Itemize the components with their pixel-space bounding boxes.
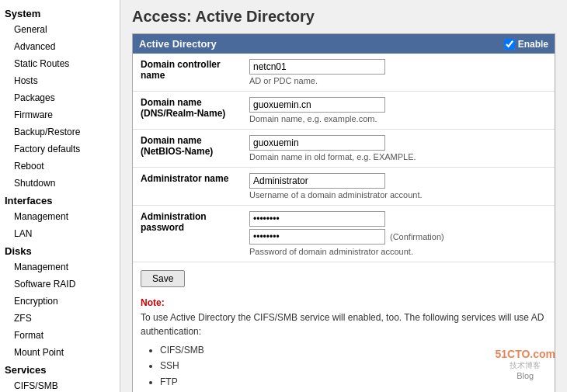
- note-list: CIFS/SMBSSHFTPAFPSystem: [141, 342, 547, 392]
- sidebar-item-format[interactable]: Format: [0, 327, 120, 344]
- sidebar-item-advanced[interactable]: Advanced: [0, 38, 120, 55]
- field-label-4: Administration password: [133, 206, 242, 262]
- note-section: Note: To use Active Directory the CIFS/S…: [141, 297, 547, 392]
- sidebar-item-zfs[interactable]: ZFS: [0, 310, 120, 327]
- sidebar-item-general[interactable]: General: [0, 21, 120, 38]
- ad-box-title: Active Directory: [139, 38, 217, 50]
- field-label-2: Domain name (NetBIOS-Name): [133, 130, 242, 168]
- sidebar-item-factory-defaults[interactable]: Factory defaults: [0, 140, 120, 158]
- field-hint-0: AD or PDC name.: [249, 76, 547, 85]
- text-input-1[interactable]: [249, 97, 385, 113]
- enable-container: Enable: [504, 39, 548, 50]
- sidebar-item-software-raid[interactable]: Software RAID: [0, 276, 120, 293]
- enable-checkbox[interactable]: [504, 39, 515, 50]
- field-value-1: Domain name, e.g. example.com.: [242, 92, 555, 130]
- enable-label: Enable: [518, 39, 548, 50]
- sidebar-item-packages[interactable]: Packages: [0, 89, 120, 106]
- note-list-item-2: FTP: [160, 374, 547, 390]
- note-list-item-0: CIFS/SMB: [160, 342, 547, 358]
- main-content: Access: Active Directory Active Director…: [120, 0, 567, 392]
- field-value-0: AD or PDC name.: [242, 54, 555, 92]
- field-label-0: Domain controller name: [133, 54, 242, 92]
- sidebar-item-lan[interactable]: LAN: [0, 225, 120, 242]
- field-hint-2: Domain name in old format, e.g. EXAMPLE.: [249, 152, 547, 161]
- sidebar-item-firmware[interactable]: Firmware: [0, 106, 120, 123]
- form-row-4: Administration password(Confirmation)Pas…: [133, 206, 555, 262]
- password-confirm-input-4[interactable]: [249, 229, 385, 245]
- sidebar-item-encryption[interactable]: Encryption: [0, 293, 120, 310]
- page-title: Access: Active Directory: [132, 8, 555, 26]
- sidebar-item-static-routes[interactable]: Static Routes: [0, 55, 120, 72]
- text-input-3[interactable]: [249, 173, 385, 189]
- ad-box-header: Active Directory Enable: [133, 34, 555, 54]
- form-row-3: Administrator nameUsername of a domain a…: [133, 168, 555, 206]
- sidebar-item-management[interactable]: Management: [0, 258, 120, 276]
- sidebar-item-reboot[interactable]: Reboot: [0, 158, 120, 175]
- sidebar: SystemGeneralAdvancedStatic RoutesHostsP…: [0, 0, 120, 392]
- field-value-2: Domain name in old format, e.g. EXAMPLE.: [242, 130, 555, 168]
- sidebar-item-backup-restore[interactable]: Backup/Restore: [0, 123, 120, 140]
- text-input-0[interactable]: [249, 59, 385, 75]
- form-row-0: Domain controller nameAD or PDC name.: [133, 54, 555, 92]
- field-hint-4: Password of domain administrator account…: [249, 247, 547, 256]
- sidebar-section-system: System: [0, 5, 120, 21]
- sidebar-item-management[interactable]: Management: [0, 208, 120, 225]
- note-text: To use Active Directory the CIFS/SMB ser…: [141, 310, 547, 338]
- sidebar-section-interfaces: Interfaces: [0, 192, 120, 208]
- field-label-1: Domain name (DNS/Realm-Name): [133, 92, 242, 130]
- sidebar-item-hosts[interactable]: Hosts: [0, 72, 120, 89]
- text-input-2[interactable]: [249, 135, 385, 151]
- form-row-2: Domain name (NetBIOS-Name)Domain name in…: [133, 130, 555, 168]
- active-directory-box: Active Directory Enable Domain controlle…: [132, 33, 555, 392]
- field-value-3: Username of a domain administrator accou…: [242, 168, 555, 206]
- note-list-item-1: SSH: [160, 358, 547, 373]
- ad-form-table: Domain controller nameAD or PDC name.Dom…: [133, 54, 555, 262]
- sidebar-item-shutdown[interactable]: Shutdown: [0, 175, 120, 192]
- form-row-1: Domain name (DNS/Realm-Name)Domain name,…: [133, 92, 555, 130]
- note-label: Note:: [141, 297, 547, 308]
- field-hint-3: Username of a domain administrator accou…: [249, 190, 547, 199]
- field-hint-1: Domain name, e.g. example.com.: [249, 114, 547, 123]
- sidebar-section-disks: Disks: [0, 242, 120, 258]
- field-value-4: (Confirmation)Password of domain adminis…: [242, 206, 555, 262]
- sidebar-section-services: Services: [0, 361, 120, 377]
- save-section: Save: [133, 262, 555, 291]
- field-label-3: Administrator name: [133, 168, 242, 206]
- password-input-4[interactable]: [249, 211, 385, 227]
- save-button[interactable]: Save: [141, 270, 185, 287]
- sidebar-item-mount-point[interactable]: Mount Point: [0, 344, 120, 361]
- confirmation-label-4: (Confirmation): [390, 232, 444, 241]
- sidebar-item-cifs-smb[interactable]: CIFS/SMB: [0, 377, 120, 392]
